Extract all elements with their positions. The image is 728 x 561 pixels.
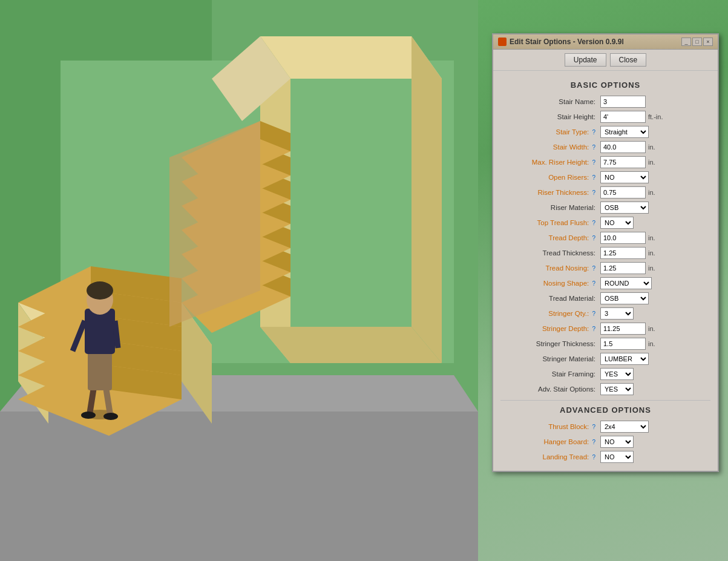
stringer-depth-input[interactable]: [600, 323, 646, 335]
stair-height-input[interactable]: [600, 111, 646, 123]
section-divider: [500, 400, 710, 401]
close-button[interactable]: Close: [610, 53, 647, 67]
stair-type-select[interactable]: Straight L-Shaped U-Shaped: [600, 126, 649, 138]
max-riser-height-row: Max. Riser Height: ? in.: [500, 156, 710, 168]
stair-framing-label: Stair Framing:: [500, 370, 600, 378]
tread-material-select[interactable]: OSB LUMBER MDF: [600, 292, 649, 304]
landing-tread-label: Landing Tread: ?: [500, 453, 600, 461]
riser-thickness-help[interactable]: ?: [592, 189, 595, 196]
hanger-board-label: Hanger Board: ?: [500, 438, 600, 445]
svg-marker-37: [169, 121, 260, 327]
stringer-depth-help[interactable]: ?: [592, 326, 595, 332]
stringer-qty-select[interactable]: 2 3 4: [600, 307, 634, 320]
dialog-title: Edit Stair Options - Version 0.9.9l: [510, 38, 624, 46]
top-tread-flush-select[interactable]: NO YES: [600, 217, 634, 229]
svg-marker-8: [260, 327, 442, 363]
tread-thickness-input[interactable]: [600, 247, 646, 259]
stair-name-input[interactable]: [600, 96, 646, 108]
svg-line-44: [115, 321, 118, 348]
landing-tread-help[interactable]: ?: [592, 454, 595, 461]
top-tread-flush-row: Top Tread Flush: ? NO YES: [500, 217, 710, 229]
hanger-board-select[interactable]: NO YES: [600, 436, 634, 448]
stringer-thickness-label: Stringer Thickness:: [500, 340, 600, 347]
update-button[interactable]: Update: [565, 53, 606, 67]
stringer-qty-label: Stringer Qty.: ?: [500, 310, 600, 317]
tread-nosing-row: Tread Nosing: ? in.: [500, 262, 710, 274]
open-risers-select[interactable]: NO YES: [600, 171, 649, 183]
stair-width-unit: in.: [648, 143, 655, 151]
open-risers-help[interactable]: ?: [592, 174, 595, 181]
svg-marker-6: [412, 36, 442, 363]
top-tread-flush-help[interactable]: ?: [592, 220, 595, 226]
stringer-thickness-row: Stringer Thickness: in.: [500, 338, 710, 350]
stringer-material-select[interactable]: LUMBER OSB MDF: [600, 353, 649, 365]
stair-width-help[interactable]: ?: [592, 144, 595, 151]
landing-tread-row: Landing Tread: ? NO YES: [500, 451, 710, 463]
stringer-depth-unit: in.: [648, 325, 655, 332]
riser-thickness-unit: in.: [648, 189, 655, 196]
hanger-board-row: Hanger Board: ? NO YES: [500, 436, 710, 448]
svg-marker-3: [0, 412, 478, 561]
stringer-qty-row: Stringer Qty.: ? 2 3 4: [500, 307, 710, 320]
stair-height-row: Stair Height: ft.-in.: [500, 111, 710, 123]
svg-line-40: [106, 387, 110, 415]
hanger-board-help[interactable]: ?: [592, 439, 595, 445]
tread-depth-unit: in.: [648, 234, 655, 241]
max-riser-height-unit: in.: [648, 159, 655, 166]
stringer-depth-row: Stringer Depth: ? in.: [500, 323, 710, 335]
svg-point-48: [103, 413, 118, 420]
tread-depth-help[interactable]: ?: [592, 235, 595, 241]
stair-width-label: Stair Width: ?: [500, 143, 600, 151]
landing-tread-select[interactable]: NO YES: [600, 451, 634, 463]
max-riser-height-label: Max. Riser Height: ?: [500, 159, 600, 166]
svg-rect-41: [88, 351, 112, 390]
max-riser-height-input[interactable]: [600, 156, 646, 168]
tread-nosing-input[interactable]: [600, 262, 646, 274]
stringer-depth-label: Stringer Depth: ?: [500, 325, 600, 332]
riser-material-label: Riser Material:: [500, 204, 600, 211]
svg-point-47: [81, 412, 96, 419]
stair-type-label: Stair Type: ?: [500, 128, 600, 136]
tread-depth-row: Tread Depth: ? in.: [500, 232, 710, 244]
nosing-shape-label: Nosing Shape: ?: [500, 280, 600, 287]
stringer-material-row: Stringer Material: LUMBER OSB MDF: [500, 353, 710, 365]
riser-material-select[interactable]: OSB LUMBER MDF: [600, 202, 649, 214]
adv-stair-options-label: Adv. Stair Options:: [500, 385, 600, 393]
riser-material-row: Riser Material: OSB LUMBER MDF: [500, 202, 710, 214]
dialog-toolbar: Update Close: [493, 50, 718, 71]
tread-material-row: Tread Material: OSB LUMBER MDF: [500, 292, 710, 304]
nosing-shape-help[interactable]: ?: [592, 280, 595, 287]
thrust-block-label: Thrust Block: ?: [500, 423, 600, 430]
adv-stair-options-select[interactable]: YES NO: [600, 383, 634, 395]
stair-type-help[interactable]: ?: [592, 129, 595, 136]
max-riser-height-help[interactable]: ?: [592, 159, 595, 166]
stair-framing-select[interactable]: YES NO: [600, 368, 634, 380]
svg-line-39: [90, 387, 94, 415]
stair-name-row: Stair Name:: [500, 96, 710, 108]
nosing-shape-select[interactable]: ROUND SQUARE BULLNOSE: [600, 277, 652, 289]
stair-width-row: Stair Width: ? in.: [500, 141, 710, 153]
stringer-thickness-unit: in.: [648, 340, 655, 347]
stair-type-row: Stair Type: ? Straight L-Shaped U-Shaped: [500, 126, 710, 138]
close-window-button[interactable]: ×: [703, 38, 713, 46]
thrust-block-select[interactable]: 2x4 2x6 NONE: [600, 421, 649, 433]
stringer-qty-help[interactable]: ?: [592, 310, 595, 317]
top-tread-flush-label: Top Tread Flush: ?: [500, 219, 600, 226]
thrust-block-help[interactable]: ?: [592, 424, 595, 430]
app-icon: [498, 38, 507, 46]
tread-depth-input[interactable]: [600, 232, 646, 244]
minimize-button[interactable]: _: [681, 38, 691, 46]
riser-thickness-input[interactable]: [600, 186, 646, 198]
tread-nosing-label: Tread Nosing: ?: [500, 264, 600, 272]
tread-thickness-row: Tread Thickness: in.: [500, 247, 710, 259]
stringer-thickness-input[interactable]: [600, 338, 646, 350]
stair-width-input[interactable]: [600, 141, 646, 153]
basic-options-title: BASIC OPTIONS: [500, 80, 710, 90]
advanced-options-title: ADVANCED OPTIONS: [500, 405, 710, 415]
adv-stair-options-row: Adv. Stair Options: YES NO: [500, 383, 710, 395]
tread-depth-label: Tread Depth: ?: [500, 234, 600, 241]
tread-nosing-help[interactable]: ?: [592, 265, 595, 272]
maximize-button[interactable]: □: [692, 38, 702, 46]
tread-nosing-unit: in.: [648, 264, 655, 272]
tread-thickness-label: Tread Thickness:: [500, 249, 600, 257]
